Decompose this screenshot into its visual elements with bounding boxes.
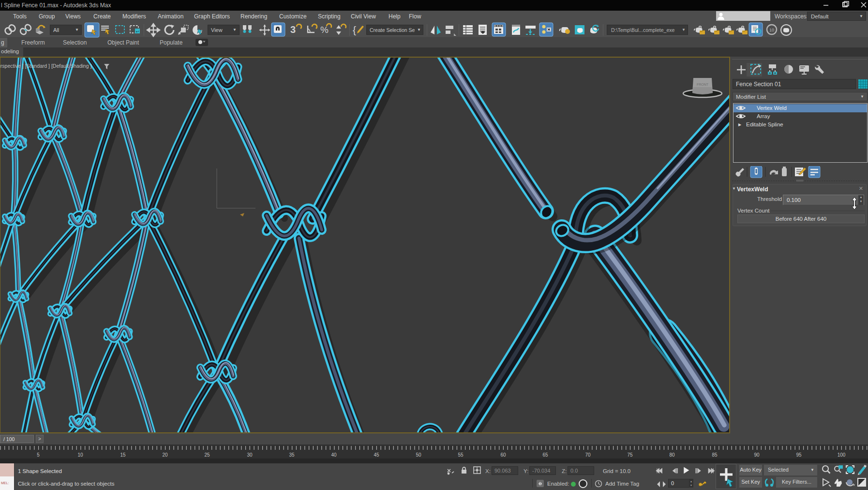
svg-text:100: 100 <box>838 452 846 458</box>
svg-text:80: 80 <box>669 452 675 458</box>
svg-text:95: 95 <box>796 452 802 458</box>
svg-text:85: 85 <box>712 452 718 458</box>
svg-text:↩: ↩ <box>136 30 139 34</box>
svg-text:45: 45 <box>374 452 379 458</box>
svg-text:{: { <box>353 24 356 35</box>
svg-text:15: 15 <box>120 452 126 458</box>
svg-text:55: 55 <box>458 452 464 458</box>
svg-text:40: 40 <box>331 452 337 458</box>
svg-text:3: 3 <box>290 24 296 35</box>
svg-text:35: 35 <box>289 452 295 458</box>
svg-text:65: 65 <box>542 452 548 458</box>
svg-text:60: 60 <box>500 452 506 458</box>
svg-text:90: 90 <box>754 452 760 458</box>
svg-text:10: 10 <box>77 452 83 458</box>
svg-text:50: 50 <box>416 452 421 458</box>
svg-text:75: 75 <box>627 452 633 458</box>
svg-text:20: 20 <box>162 452 168 458</box>
svg-text:25: 25 <box>204 452 210 458</box>
svg-text:%: % <box>320 25 329 35</box>
svg-text:Perspective ] [Standard ] [Def: Perspective ] [Standard ] [Default Shadi… <box>0 63 91 69</box>
svg-text:5: 5 <box>37 452 40 458</box>
svg-text:FRONT: FRONT <box>697 83 709 86</box>
svg-text:30: 30 <box>247 452 253 458</box>
svg-text:10: 10 <box>769 28 774 32</box>
svg-text:70: 70 <box>585 452 591 458</box>
